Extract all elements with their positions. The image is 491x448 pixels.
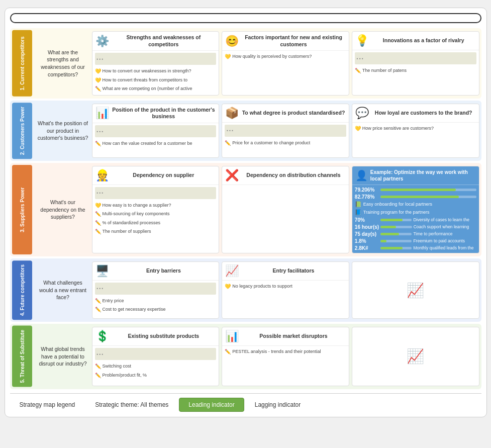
cell-icon: 👷 — [95, 169, 109, 182]
cell-item: ✏️Price for a customer to change product — [225, 139, 346, 147]
item-icon: 💛 — [225, 283, 231, 290]
row-label-row-2: 2. Customers Power — [12, 103, 32, 159]
row-row-4: 4. Future competitorsWhat challenges wou… — [10, 258, 481, 322]
cell-sub-image: ▪ ▪ ▪ — [95, 187, 217, 199]
cell-title: How loyal are customers to the brand? — [371, 110, 476, 117]
cell-title: Position of the product in the customer'… — [112, 107, 216, 120]
item-icon: 💛 — [95, 202, 101, 209]
row-row-3: 3. Suppliers PowerWhat's our dependency … — [10, 163, 481, 256]
bottom-bar-item[interactable]: Leading indicator — [179, 398, 244, 412]
bottom-bar-item[interactable]: Lagging indicator — [245, 398, 310, 412]
cell-title: To what degree is product standardised? — [241, 110, 346, 117]
item-text: How easy is to change a supplier? — [103, 202, 171, 208]
metric-text: Diversity of cases to learn the — [413, 217, 476, 222]
cell-icon: 📊 — [225, 330, 239, 343]
metric-value: 79.206% — [355, 187, 379, 193]
item-text: Switching cost — [103, 363, 132, 369]
cell-title: Innovations as a factor of rivalry — [371, 37, 476, 44]
cell-sub-image: ▪ ▪ ▪ — [95, 283, 217, 295]
cell-icon: 📈 — [225, 264, 239, 278]
item-icon: 💛 — [95, 68, 101, 75]
cell-cell-1-3: 💡Innovations as a factor of rivalry▪ ▪ ▪… — [352, 31, 479, 96]
item-icon: ✏️ — [95, 220, 101, 227]
cell-icon: 💲 — [95, 330, 109, 343]
cell-icon: 💡 — [355, 34, 369, 47]
cell-title: Strengths and weaknesses of competitors — [112, 34, 216, 48]
item-icon: ✏️ — [225, 140, 231, 147]
cell-icon: 📊 — [95, 107, 109, 120]
cell-title: Existing substitute products — [112, 333, 216, 340]
item-text: Entry price — [103, 298, 124, 304]
item-text: Multi-sourcing of key components — [103, 211, 170, 217]
cell-item: ✏️What are we competing on (number of ac… — [95, 85, 217, 93]
cells-row-5: 💲Existing substitute products▪ ▪ ▪✏️Swit… — [92, 326, 479, 387]
metric-text: Time to performance — [413, 231, 476, 236]
cell-item: ✏️Cost to get necessary expertise — [95, 306, 217, 314]
metric-text: Coach support when learning — [414, 224, 476, 229]
item-icon: ✏️ — [225, 348, 231, 355]
cell-item: ✏️The number of suppliers — [95, 228, 217, 236]
cell-sub-image: ▪ ▪ ▪ — [355, 52, 476, 64]
row-label-row-1: 1. Current competitors — [12, 30, 32, 97]
cell-item: ✏️How can the value created for a custom… — [95, 140, 217, 148]
cell-icon: 👤 — [355, 169, 368, 182]
cell-item: 💛How easy is to change a supplier? — [95, 202, 217, 210]
item-text: How to convert our weaknesses in strengt… — [103, 68, 191, 74]
metric-row-8: 2.8K#Monthly qualified leads from the — [355, 245, 476, 251]
metric-text: Freemium to paid accounts — [413, 238, 476, 243]
row-row-2: 2. Customers PowerWhat's the position of… — [10, 101, 481, 161]
item-icon: ✏️ — [95, 298, 101, 305]
metric-value: 75 day(s) — [355, 231, 379, 237]
metric-row-0: 79.206% — [355, 187, 476, 193]
metric-row-3: 📘Training program for the partners — [355, 209, 476, 216]
item-icon: ✏️ — [95, 85, 101, 93]
cell-item: ✏️Problem/product fit, % — [95, 372, 217, 380]
item-text: How price sensitive are customers? — [362, 125, 434, 131]
cell-sub-image: ▪ ▪ ▪ — [225, 125, 346, 137]
cells-row-3: 👷Dependency on supplier▪ ▪ ▪💛How easy is… — [92, 165, 479, 254]
empty-cell-icon: 📈 — [407, 282, 424, 299]
cell-item: 💛How quality is perceived by customers? — [225, 53, 346, 61]
cells-row-2: 📊Position of the product in the customer… — [92, 103, 479, 159]
item-text: How can the value created for a customer… — [103, 140, 192, 146]
metric-row-2: 📗Easy onboarding for local partners — [355, 201, 476, 208]
cell-title: Dependency on supplier — [112, 172, 216, 179]
item-icon: ✏️ — [95, 228, 101, 235]
metric-text: Training program for the partners — [363, 210, 430, 215]
cells-row-4: 🖥️Entry barriers▪ ▪ ▪✏️Entry price✏️Cost… — [92, 260, 479, 320]
cell-cell-3-3: 👤Example: Optimize the way we work with … — [352, 166, 479, 253]
cell-icon: 📦 — [225, 107, 239, 120]
row-label-row-3: 3. Suppliers Power — [12, 165, 32, 254]
item-icon: ✏️ — [355, 67, 361, 74]
cell-cell-4-1: 🖥️Entry barriers▪ ▪ ▪✏️Entry price✏️Cost… — [92, 261, 220, 319]
item-text: Price for a customer to change product — [232, 140, 310, 146]
cell-sub-image: ▪ ▪ ▪ — [95, 125, 217, 137]
row-question-row-4: What challenges would a new entrant face… — [34, 260, 92, 320]
metric-text: Easy onboarding for local partners — [363, 202, 432, 207]
cell-item: 💛No legacy products to support — [225, 283, 346, 291]
item-icon: ✏️ — [95, 140, 101, 147]
cell-title: Dependency on distribution channels — [241, 172, 346, 179]
metric-icon: 📘 — [355, 209, 362, 216]
row-row-1: 1. Current competitorsWhat are the stren… — [10, 28, 481, 99]
item-text: What are we competing on (number of acti… — [103, 85, 192, 92]
empty-cell-icon: 📈 — [407, 348, 424, 365]
cell-cell-5-3: 📈 — [352, 327, 479, 386]
item-text: The number of suppliers — [103, 228, 151, 234]
cell-cell-1-1: ⚙️Strengths and weaknesses of competitor… — [92, 31, 220, 96]
metric-row-4: 70%Diversity of cases to learn the — [355, 217, 476, 223]
item-text: Problem/product fit, % — [103, 372, 147, 378]
cell-title: Entry facilitators — [241, 267, 346, 275]
bottom-bar-item[interactable]: Strategic theme: All themes — [85, 398, 178, 412]
item-icon: ✏️ — [95, 372, 101, 379]
row-question-row-2: What's the position of our product in cu… — [34, 103, 92, 159]
bottom-bar-item[interactable]: Strategy map legend — [10, 398, 85, 412]
cell-cell-5-1: 💲Existing substitute products▪ ▪ ▪✏️Swit… — [92, 327, 220, 386]
metric-text: Monthly qualified leads from the — [413, 245, 476, 250]
cell-cell-1-2: 😊Factors important for new and existing … — [222, 31, 349, 96]
metric-row-6: 75 day(s)Time to performance — [355, 231, 476, 237]
cell-item: 💛How price sensitive are customers? — [355, 125, 476, 133]
grid-area: 1. Current competitorsWhat are the stren… — [10, 28, 481, 389]
cell-item: 💛How to convert our weaknesses in streng… — [95, 67, 217, 75]
cell-item: ✏️Multi-sourcing of key components — [95, 210, 217, 218]
